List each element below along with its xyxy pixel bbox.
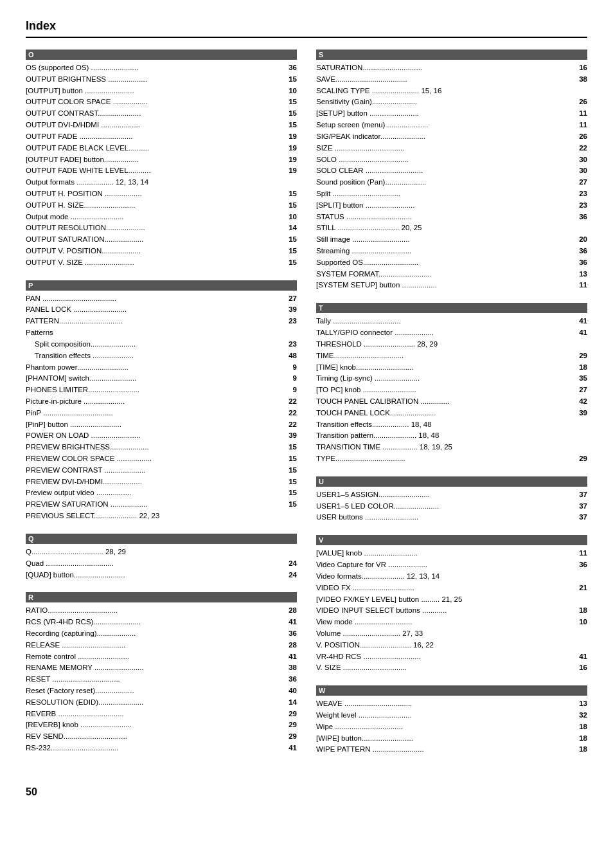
entry-label: SIZE ..................................	[316, 143, 579, 154]
entry-label: Q................................... 28,…	[26, 547, 297, 558]
entry-label: SYSTEM FORMAT..........................	[316, 269, 579, 280]
entry-page: 41	[579, 651, 587, 663]
index-columns: OOS (supported OS) .....................…	[26, 50, 587, 767]
entry-page: 30	[579, 154, 587, 166]
entry-page: 15	[289, 442, 297, 453]
index-entry: Setup screen (menu) ....................…	[316, 120, 587, 131]
entry-label: RESET .................................	[26, 674, 289, 685]
entry-label: USER1–5 LED COLOR......................	[316, 501, 579, 512]
index-entry: PANEL LOCK ..........................39	[26, 304, 297, 316]
index-entry: OUTPUT FADE ..........................19	[26, 131, 297, 143]
entry-label: USER1–5 ASSIGN.........................	[316, 489, 579, 501]
index-entry: TOUCH PANEL CALIBRATION ..............42	[316, 396, 587, 408]
entry-page: 29	[579, 350, 587, 362]
entry-label: USER buttons ..........................	[316, 512, 579, 523]
entry-label: OUTPUT BRIGHTNESS ...................	[26, 74, 289, 86]
index-entry: OUTPUT FADE WHITE LEVEL...........19	[26, 165, 297, 177]
right-column: SSATURATION.............................…	[316, 50, 587, 767]
section-letter-p: P	[26, 280, 297, 291]
entry-label: Reset (Factory reset)...................	[26, 685, 289, 697]
entry-label: OUTPUT FADE ..........................	[26, 131, 289, 143]
entry-page: 37	[579, 512, 587, 523]
index-entry: USER buttons ..........................3…	[316, 512, 587, 523]
index-entry: OUTPUT V. POSITION...................15	[26, 246, 297, 257]
entry-label: VR-4HD RCS ............................	[316, 651, 579, 663]
index-entry: TRANSITION TIME ................. 18, 19…	[316, 442, 587, 453]
entry-label: RENAME MEMORY ........................	[26, 662, 289, 674]
index-entry: [SPLIT] button ........................2…	[316, 200, 587, 212]
entry-label: Weight level ..........................	[316, 710, 579, 721]
entry-page: 28	[289, 605, 297, 617]
entry-label: VIDEO INPUT SELECT buttons ............	[316, 605, 579, 617]
entry-page: 15	[289, 257, 297, 269]
index-entry: REVERB ................................2…	[26, 709, 297, 720]
entry-page: 22	[289, 408, 297, 419]
section-letter-q: Q	[26, 534, 297, 544]
entry-page: 15	[289, 465, 297, 476]
index-entry: SCALING TYPE ....................... 15,…	[316, 86, 587, 97]
entry-label: PHONES LIMITER.........................	[26, 384, 293, 396]
entry-label: [SETUP] button ........................	[316, 108, 579, 120]
entry-label: THRESHOLD ......................... 28, …	[316, 339, 587, 350]
index-entry: PREVIEW BRIGHTNESS...................15	[26, 442, 297, 453]
entry-page: 14	[289, 222, 297, 234]
entry-label: SATURATION.............................	[316, 62, 579, 74]
entry-page: 19	[289, 143, 297, 154]
index-entry: REV SEND...............................2…	[26, 731, 297, 743]
entry-label: SCALING TYPE ....................... 15,…	[316, 86, 587, 97]
entry-label: Output mode ..........................	[26, 212, 289, 223]
index-entry: VR-4HD RCS ............................4…	[316, 651, 587, 663]
section-letter-u: U	[316, 476, 587, 487]
entry-page: 36	[579, 246, 587, 257]
entry-page: 13	[579, 269, 587, 280]
entry-label: Patterns	[26, 327, 297, 339]
entry-label: REV SEND...............................	[26, 731, 289, 743]
entry-label: Phantom power.........................	[26, 362, 293, 374]
index-entry: RATIO..................................2…	[26, 605, 297, 617]
index-entry: USER1–5 LED COLOR......................3…	[316, 501, 587, 512]
index-entry: Sensitivity (Gain)......................…	[316, 96, 587, 108]
index-entry: Still image ............................…	[316, 234, 587, 246]
entry-page: 36	[579, 257, 587, 269]
index-entry: V. POSITION......................... 16,…	[316, 640, 587, 651]
entry-page: 11	[579, 280, 587, 291]
index-entry: OUTPUT FADE BLACK LEVEL..........19	[26, 143, 297, 154]
index-section-o: OOS (supported OS) .....................…	[26, 50, 297, 269]
index-entry: Volume ............................ 27, …	[316, 628, 587, 640]
entry-page: 15	[289, 487, 297, 499]
index-entry: Transition effects.................. 18,…	[316, 419, 587, 431]
entry-page: 10	[289, 212, 297, 223]
entry-page: 35	[579, 373, 587, 384]
entry-label: Streaming .............................	[316, 246, 579, 257]
index-entry: OUTPUT COLOR SPACE .................15	[26, 96, 297, 108]
entry-page: 11	[579, 108, 587, 120]
entry-page: 36	[289, 674, 297, 685]
index-entry: [VALUE] knob ..........................1…	[316, 548, 587, 559]
entry-page: 16	[579, 62, 587, 74]
entry-label: OUTPUT H. POSITION ..................	[26, 188, 289, 200]
entry-page: 27	[579, 384, 587, 396]
entry-page: 15	[289, 120, 297, 131]
index-entry: USER1–5 ASSIGN.........................3…	[316, 489, 587, 501]
entry-page: 30	[579, 165, 587, 177]
index-entry: TYPE..................................29	[316, 453, 587, 465]
entry-page: 41	[289, 743, 297, 754]
index-entry: Recording (capturing)...................…	[26, 628, 297, 640]
index-entry: PHONES LIMITER.........................9	[26, 384, 297, 396]
index-entry: Streaming .............................3…	[316, 246, 587, 257]
index-entry: Output formats .................. 12, 13…	[26, 177, 297, 188]
entry-label: TOUCH PANEL CALIBRATION ..............	[316, 396, 579, 408]
entry-page: 18	[579, 605, 587, 617]
entry-label: Volume ............................ 27, …	[316, 628, 587, 640]
entry-page: 22	[289, 396, 297, 408]
entry-label: V. SIZE ...............................	[316, 662, 579, 674]
entry-page: 23	[579, 188, 587, 200]
index-entry: Output mode ..........................10	[26, 212, 297, 223]
entry-label: [TO PC] knob ..........................	[316, 384, 579, 396]
entry-page: 38	[579, 74, 587, 86]
entry-page: 15	[289, 499, 297, 511]
entry-label: OUTPUT V. POSITION...................	[26, 246, 289, 257]
index-entry: PinP ..................................2…	[26, 408, 297, 419]
entry-page: 18	[579, 744, 587, 755]
index-entry: TALLY/GPIO connector ...................…	[316, 327, 587, 339]
